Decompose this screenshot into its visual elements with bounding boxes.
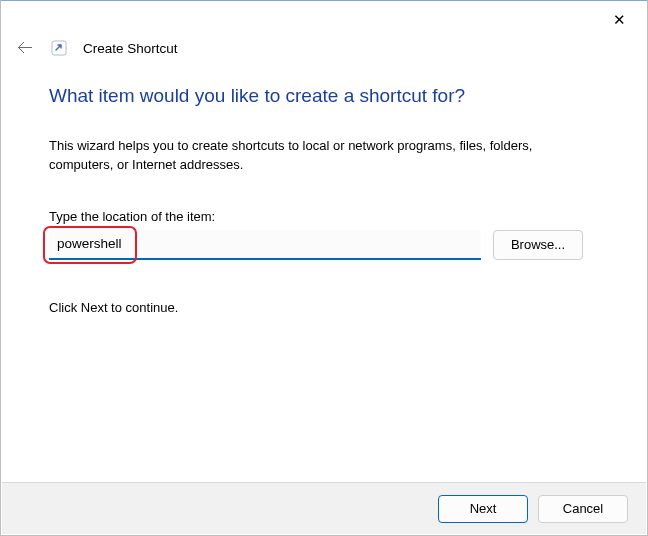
title-bar: ✕ bbox=[1, 1, 647, 35]
shortcut-icon bbox=[51, 40, 67, 56]
window-title: Create Shortcut bbox=[83, 41, 178, 56]
browse-button[interactable]: Browse... bbox=[493, 230, 583, 260]
headline: What item would you like to create a sho… bbox=[49, 85, 599, 107]
location-label: Type the location of the item: bbox=[49, 209, 599, 224]
location-input[interactable] bbox=[49, 230, 481, 260]
wizard-footer: Next Cancel bbox=[2, 482, 646, 534]
continue-text: Click Next to continue. bbox=[49, 300, 599, 315]
wizard-content: What item would you like to create a sho… bbox=[1, 57, 647, 315]
description: This wizard helps you to create shortcut… bbox=[49, 137, 589, 175]
close-button[interactable]: ✕ bbox=[605, 7, 633, 33]
back-arrow-icon[interactable]: 🡠 bbox=[17, 39, 35, 57]
wizard-header: 🡠 Create Shortcut bbox=[1, 35, 647, 57]
next-button[interactable]: Next bbox=[438, 495, 528, 523]
svg-rect-0 bbox=[52, 41, 66, 55]
cancel-button[interactable]: Cancel bbox=[538, 495, 628, 523]
close-icon: ✕ bbox=[613, 11, 626, 29]
